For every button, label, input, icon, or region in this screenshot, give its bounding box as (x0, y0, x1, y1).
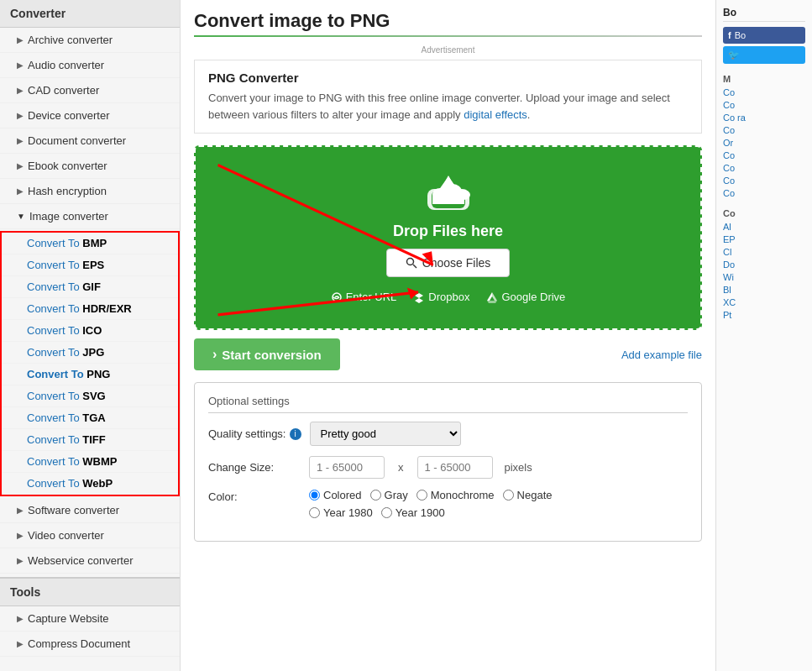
color-year1980[interactable]: Year 1980 (309, 506, 373, 519)
sidebar-subitem-ico[interactable]: Convert To ICO (2, 320, 178, 342)
sidebar-item-ebook[interactable]: ▶ Ebook converter (0, 154, 180, 179)
right-convert-link-6[interactable]: Bl (723, 285, 805, 295)
right-convert-link-8[interactable]: Pt (723, 310, 805, 320)
arrow-icon: ▶ (17, 161, 24, 170)
tools-header: Tools (0, 577, 180, 606)
choose-files-button[interactable]: Choose Files (386, 249, 511, 277)
sidebar-subitem-tga[interactable]: Convert To TGA (2, 407, 178, 429)
right-convert-link-5[interactable]: Wi (723, 272, 805, 282)
right-section-header: Bo (723, 7, 805, 22)
twitter-button[interactable]: 🐦 (723, 46, 805, 64)
add-example-link[interactable]: Add example file (621, 349, 702, 361)
sidebar-subitem-svg[interactable]: Convert To SVG (2, 385, 178, 407)
right-convert-link-2[interactable]: EP (723, 234, 805, 244)
sidebar-item-hash[interactable]: ▶ Hash encryption (0, 179, 180, 204)
year1980-radio[interactable] (309, 507, 320, 518)
right-link-1[interactable]: Co (723, 87, 805, 97)
right-section-title: M (723, 74, 805, 84)
sidebar-item-label: Capture Website (28, 612, 109, 625)
svg-line-13 (413, 265, 416, 268)
negate-radio[interactable] (503, 490, 514, 501)
sidebar-subitem-eps[interactable]: Convert To EPS (2, 254, 178, 276)
color-year1900[interactable]: Year 1900 (381, 506, 445, 519)
color-colored[interactable]: Colored (309, 489, 362, 501)
start-btn-label: Start conversion (222, 348, 321, 362)
sidebar-item-document[interactable]: ▶ Document converter (0, 128, 180, 154)
right-link-8[interactable]: Co (723, 176, 805, 186)
sidebar-subitem-hdrexr[interactable]: Convert To HDR/EXR (2, 298, 178, 320)
dropbox-link[interactable]: Dropbox (413, 291, 469, 303)
sidebar-item-webservice[interactable]: ▶ Webservice converter (0, 548, 180, 574)
sidebar-item-label: Ebook converter (28, 160, 107, 172)
right-convert-link-3[interactable]: Cl (723, 247, 805, 257)
height-input[interactable] (417, 456, 493, 479)
right-convert-link-4[interactable]: Do (723, 259, 805, 270)
gray-radio[interactable] (370, 490, 381, 501)
sidebar-item-device[interactable]: ▶ Device converter (0, 103, 180, 128)
sidebar-subitem-png[interactable]: Convert To PNG (2, 364, 178, 385)
sidebar-subitem-tiff[interactable]: Convert To TIFF (2, 429, 178, 451)
right-link-3[interactable]: Co ra (723, 113, 805, 123)
right-link-9[interactable]: Co (723, 188, 805, 198)
monochrome-radio[interactable] (416, 490, 427, 501)
color-row: Color: Colored Gray Monochrome Negate (208, 489, 688, 519)
svg-marker-17 (492, 292, 497, 301)
sidebar: Converter ▶ Archive converter ▶ Audio co… (0, 0, 181, 671)
arrow-open-icon: ▼ (17, 212, 25, 221)
sidebar-subitem-gif[interactable]: Convert To GIF (2, 276, 178, 298)
color-monochrome[interactable]: Monochrome (416, 489, 495, 501)
title-underline (194, 35, 702, 37)
sidebar-subitem-webp[interactable]: Convert To WebP (2, 473, 178, 495)
sidebar-item-audio[interactable]: ▶ Audio converter (0, 53, 180, 78)
drop-zone[interactable]: Drop Files here Choose Files Enter URL (194, 145, 702, 330)
sidebar-item-image[interactable]: ▼ Image converter (0, 204, 180, 229)
sidebar-subitem-wbmp[interactable]: Convert To WBMP (2, 451, 178, 473)
sidebar-item-label: Software converter (28, 504, 119, 516)
google-drive-link[interactable]: Google Drive (486, 291, 565, 303)
sidebar-subitem-bmp[interactable]: Convert To BMP (2, 233, 178, 254)
sidebar-header: Converter (0, 0, 180, 28)
arrow-icon: ▶ (17, 60, 24, 70)
right-link-6[interactable]: Co (723, 150, 805, 160)
right-convert-section: Co Al EP Cl Do Wi Bl XC Pt (723, 208, 805, 320)
right-link-4[interactable]: Co (723, 125, 805, 135)
right-link-2[interactable]: Co (723, 100, 805, 110)
right-convert-link-7[interactable]: XC (723, 297, 805, 307)
right-convert-link-1[interactable]: Al (723, 222, 805, 232)
color-negate[interactable]: Negate (503, 489, 553, 501)
arrow-icon: ▶ (17, 614, 24, 623)
pixels-label: pixels (505, 461, 532, 474)
enter-url-link[interactable]: Enter URL (331, 291, 397, 303)
link-icon (331, 291, 343, 303)
right-link-5[interactable]: Or (723, 138, 805, 148)
colored-radio[interactable] (309, 490, 320, 501)
drop-text: Drop Files here (393, 223, 503, 240)
right-link-7[interactable]: Co (723, 163, 805, 173)
main-content: Convert image to PNG Advertisement PNG C… (181, 0, 715, 671)
year1900-radio[interactable] (381, 507, 392, 518)
quality-info-icon[interactable]: i (290, 428, 301, 440)
chevron-right-icon: › (212, 347, 217, 362)
sidebar-item-video[interactable]: ▶ Video converter (0, 523, 180, 548)
quality-select[interactable]: Pretty good Best quality Good quality No… (310, 422, 461, 446)
sidebar-item-label: Webservice converter (28, 554, 133, 567)
sidebar-item-label: Video converter (28, 529, 104, 542)
sidebar-item-cad[interactable]: ▶ CAD converter (0, 78, 180, 103)
start-conversion-button[interactable]: › Start conversion (194, 338, 340, 370)
width-input[interactable] (309, 456, 385, 479)
choose-files-label: Choose Files (422, 256, 491, 270)
sidebar-item-label: Image converter (29, 210, 108, 223)
facebook-button[interactable]: f Bo (723, 27, 805, 44)
sidebar-item-archive[interactable]: ▶ Archive converter (0, 28, 180, 53)
info-title: PNG Converter (208, 71, 688, 85)
sidebar-item-compress[interactable]: ▶ Compress Document (0, 632, 180, 657)
color-gray[interactable]: Gray (370, 489, 408, 501)
svg-marker-15 (415, 293, 423, 303)
sidebar-item-capture[interactable]: ▶ Capture Website (0, 606, 180, 632)
optional-settings-title: Optional settings (208, 395, 688, 413)
sidebar-subitem-jpg[interactable]: Convert To JPG (2, 342, 178, 364)
sidebar-item-software[interactable]: ▶ Software converter (0, 498, 180, 523)
sidebar-item-label: Document converter (28, 134, 126, 147)
arrow-icon: ▶ (17, 531, 24, 540)
right-convert-title: Co (723, 208, 805, 218)
